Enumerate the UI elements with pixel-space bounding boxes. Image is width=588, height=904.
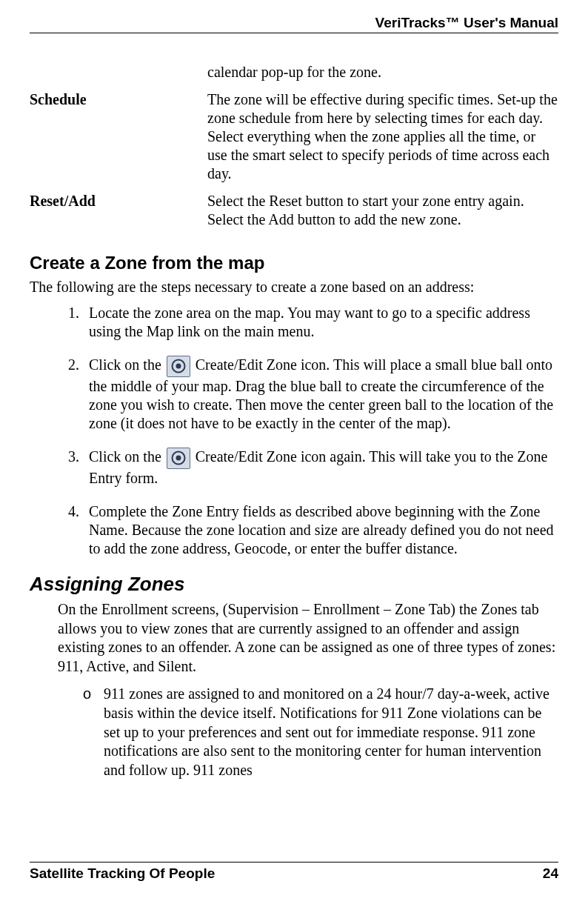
table-row: calendar pop-up for the zone. [30, 63, 558, 90]
section-heading-assigning-zones: Assigning Zones [30, 573, 558, 596]
def-label: Schedule [30, 90, 207, 192]
def-text: calendar pop-up for the zone. [207, 63, 558, 90]
def-text: The zone will be effective during specif… [207, 90, 558, 192]
create-edit-zone-icon [167, 356, 190, 377]
list-item: Click on the Create/Edit Zone icon again… [83, 448, 558, 488]
footer-row: Satellite Tracking Of People 24 [30, 865, 558, 882]
definition-table: calendar pop-up for the zone. Schedule T… [30, 63, 558, 238]
list-item: Complete the Zone Entry fields as descri… [83, 502, 558, 558]
list-item: Click on the Create/Edit Zone icon. This… [83, 356, 558, 433]
def-text: Select the Reset button to start your zo… [207, 192, 558, 238]
footer-rule [30, 862, 558, 863]
svg-point-3 [176, 456, 181, 461]
bullet-marker: o [83, 685, 91, 704]
list-item: Locate the zone area on the map. You may… [83, 304, 558, 341]
zone-types-list: o 911 zones are assigned to and monitore… [30, 685, 558, 780]
create-edit-zone-icon [167, 448, 190, 469]
page-footer: Satellite Tracking Of People 24 [30, 862, 558, 882]
step-text-pre: Click on the [89, 448, 165, 465]
bullet-text: 911 zones are assigned to and monitored … [104, 685, 549, 777]
section-intro: The following are the steps necessary to… [30, 278, 558, 296]
step-text: Locate the zone area on the map. You may… [89, 305, 530, 339]
page-content: VeriTracks™ User's Manual calendar pop-u… [0, 0, 588, 780]
footer-page-number: 24 [543, 865, 558, 882]
table-row: Schedule The zone will be effective duri… [30, 90, 558, 192]
footer-left: Satellite Tracking Of People [30, 865, 215, 882]
section-paragraph: On the Enrollment screens, (Supervision … [58, 600, 558, 676]
table-row: Reset/Add Select the Reset button to sta… [30, 192, 558, 238]
doc-header-title: VeriTracks™ User's Manual [30, 7, 558, 33]
step-text: Complete the Zone Entry fields as descri… [89, 503, 554, 556]
svg-point-1 [176, 364, 181, 369]
def-label: Reset/Add [30, 192, 207, 238]
list-item: o 911 zones are assigned to and monitore… [83, 685, 558, 780]
def-label [30, 63, 207, 90]
steps-list: Locate the zone area on the map. You may… [30, 304, 558, 558]
header-rule [30, 33, 558, 33]
step-text-pre: Click on the [89, 356, 165, 373]
section-heading-create-zone: Create a Zone from the map [30, 253, 558, 273]
